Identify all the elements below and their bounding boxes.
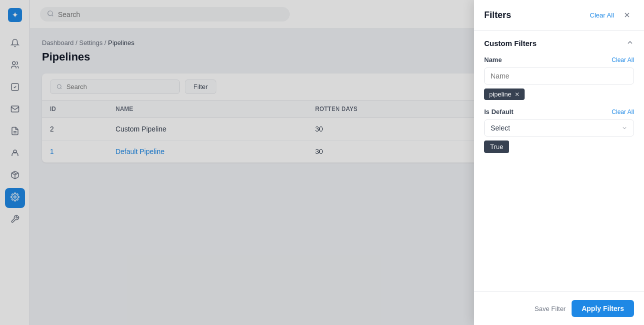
panel-header-actions: Clear All bbox=[590, 8, 634, 22]
collapse-button[interactable] bbox=[626, 38, 634, 48]
is-default-filter-section: Is Default Clear All Select True False T… bbox=[484, 108, 634, 153]
custom-filters-title: Custom Filters bbox=[484, 39, 537, 48]
panel-title: Filters bbox=[484, 10, 511, 20]
chevron-up-icon bbox=[626, 38, 634, 46]
close-panel-button[interactable] bbox=[620, 8, 634, 22]
name-filter-section: Name Clear All pipeline ✕ bbox=[484, 56, 634, 100]
is-default-filter-label: Is Default bbox=[484, 108, 514, 116]
pipeline-tag: pipeline ✕ bbox=[484, 88, 525, 100]
true-tag[interactable]: True bbox=[484, 140, 509, 153]
is-default-filter-clear[interactable]: Clear All bbox=[612, 108, 634, 116]
tag-remove-button[interactable]: ✕ bbox=[515, 91, 520, 98]
panel-header: Filters Clear All bbox=[474, 0, 644, 30]
name-filter-label-row: Name Clear All bbox=[484, 56, 634, 64]
name-filter-clear[interactable]: Clear All bbox=[612, 56, 634, 64]
name-filter-label: Name bbox=[484, 56, 502, 64]
name-filter-input[interactable] bbox=[484, 68, 634, 84]
panel-footer: Save Filter Apply Filters bbox=[474, 292, 644, 325]
panel-body: Custom Filters Name Clear All pipeline ✕ bbox=[474, 30, 644, 292]
tag-label: pipeline bbox=[489, 90, 512, 98]
save-filter-button[interactable]: Save Filter bbox=[535, 305, 566, 312]
is-default-filter-label-row: Is Default Clear All bbox=[484, 108, 634, 116]
filter-panel: Filters Clear All Custom Filters Name Cl… bbox=[474, 0, 644, 325]
custom-filters-header: Custom Filters bbox=[484, 38, 634, 48]
name-filter-tags: pipeline ✕ bbox=[484, 88, 634, 100]
is-default-select[interactable]: Select True False bbox=[484, 120, 634, 136]
header-clear-all[interactable]: Clear All bbox=[590, 12, 614, 19]
is-default-tags: True bbox=[484, 136, 634, 153]
is-default-select-wrapper: Select True False bbox=[484, 120, 634, 136]
apply-filters-button[interactable]: Apply Filters bbox=[572, 300, 634, 317]
close-icon bbox=[623, 11, 631, 19]
